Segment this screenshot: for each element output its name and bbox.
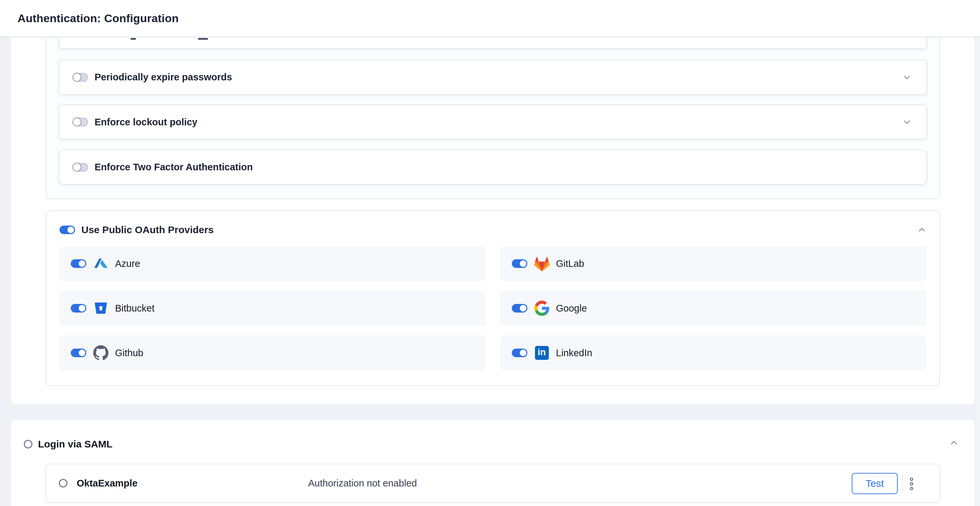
provider-row-linkedin: in LinkedIn [501,335,926,371]
saml-connection-card: OktaExample Authorization not enabled Te… [46,464,940,503]
azure-icon [91,254,110,273]
toggle-knob [67,226,75,234]
toggle-knob [519,304,527,312]
connection-radio[interactable] [59,479,67,487]
page-title: Authentication: Configuration [18,12,178,25]
toggle-knob [72,163,81,172]
saml-section-title: Login via SAML [38,439,112,450]
bitbucket-toggle[interactable] [71,304,86,312]
gitlab-toggle[interactable] [512,259,527,268]
provider-name: Google [556,303,587,314]
oauth-section-title: Use Public OAuth Providers [81,224,213,235]
accordion-row-expire-passwords[interactable]: Periodically expire passwords [59,59,927,95]
chevron-down-icon [902,72,912,82]
chevron-up-icon[interactable] [917,225,927,235]
scrollbar-gutter[interactable] [975,37,980,506]
accordion-row-label: Enforce lockout policy [95,117,197,128]
clipped-accordion-row[interactable] [59,37,927,49]
provider-row-github: Github [59,335,485,371]
provider-name: Bitbucket [115,303,154,314]
oauth-section-header: Use Public OAuth Providers [59,224,213,235]
provider-name: GitLab [556,258,584,269]
provider-name: Azure [115,258,140,269]
saml-section-card: Login via SAML OktaExample Authorization… [11,420,975,506]
provider-grid: Azure GitLab [59,246,926,371]
toggle-knob [519,348,527,357]
toggle-knob [78,259,86,268]
connection-status: Authorization not enabled [308,478,417,489]
password-policy-group: Periodically expire passwords Enforce lo… [46,37,940,199]
provider-row-gitlab: GitLab [501,246,926,281]
clipped-text-remnant [198,38,208,40]
google-toggle[interactable] [512,304,527,312]
oauth-providers-group: Use Public OAuth Providers Azure [46,210,940,386]
gitlab-icon [532,254,552,273]
divider [902,474,903,493]
bitbucket-icon [91,299,110,318]
provider-row-bitbucket: Bitbucket [59,291,485,326]
authentication-settings-card: Periodically expire passwords Enforce lo… [11,37,975,404]
provider-name: Github [115,348,143,358]
toggle-knob [519,259,527,268]
accordion-row-label: Periodically expire passwords [95,72,232,83]
expire-passwords-toggle[interactable] [73,73,88,82]
oauth-providers-toggle[interactable] [59,226,75,234]
more-vertical-icon[interactable] [909,477,914,491]
saml-radio[interactable] [24,440,32,449]
accordion-row-lockout-policy[interactable]: Enforce lockout policy [59,105,927,140]
provider-row-google: Google [501,291,926,326]
provider-row-azure: Azure [59,246,485,281]
lockout-policy-toggle[interactable] [73,118,88,126]
toggle-knob [78,304,86,312]
github-toggle[interactable] [71,348,86,357]
linkedin-toggle[interactable] [512,348,527,357]
accordion-row-label: Enforce Two Factor Authentication [95,162,253,173]
clipped-text-remnant [130,38,136,40]
connection-name: OktaExample [77,478,138,489]
provider-name: LinkedIn [556,348,592,358]
google-icon [532,299,552,318]
linkedin-icon: in [532,343,552,363]
toggle-knob [78,348,86,357]
chevron-down-icon [902,117,912,127]
chevron-up-icon[interactable] [949,438,959,448]
azure-toggle[interactable] [71,259,86,268]
toggle-knob [72,73,81,82]
test-button[interactable]: Test [852,473,898,494]
github-icon [91,343,110,363]
toggle-knob [72,118,81,126]
accordion-row-two-factor[interactable]: Enforce Two Factor Authentication [59,150,927,185]
saml-section-header: Login via SAML [24,439,112,450]
two-factor-toggle[interactable] [73,163,88,172]
page-header: Authentication: Configuration [0,0,980,37]
